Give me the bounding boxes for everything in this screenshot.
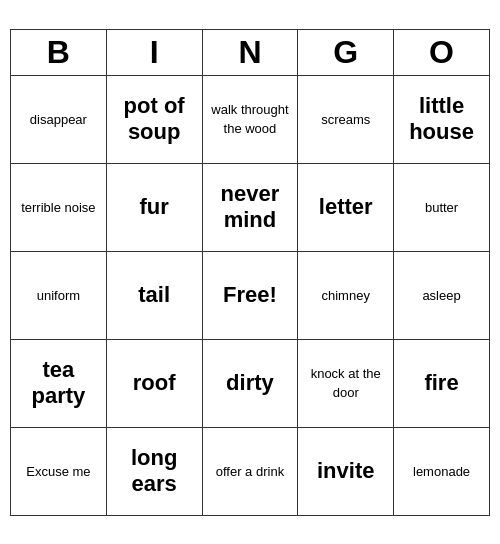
bingo-cell: Excuse me (11, 427, 107, 515)
header-letter: I (106, 29, 202, 75)
cell-text: fur (139, 194, 168, 219)
bingo-cell: never mind (202, 163, 298, 251)
cell-text: never mind (221, 181, 280, 232)
bingo-cell: fire (394, 339, 490, 427)
bingo-cell: long ears (106, 427, 202, 515)
cell-text: pot of soup (124, 93, 185, 144)
bingo-cell: walk throught the wood (202, 75, 298, 163)
bingo-cell: Free! (202, 251, 298, 339)
bingo-row: uniformtailFree!chimneyasleep (11, 251, 490, 339)
bingo-cell: chimney (298, 251, 394, 339)
bingo-cell: little house (394, 75, 490, 163)
cell-text: little house (409, 93, 474, 144)
bingo-card: BINGO disappearpot of soupwalk throught … (10, 29, 490, 516)
cell-text: offer a drink (216, 464, 284, 479)
cell-text: disappear (30, 112, 87, 127)
cell-text: lemonade (413, 464, 470, 479)
cell-text: roof (133, 370, 176, 395)
cell-text: long ears (131, 445, 177, 496)
bingo-cell: butter (394, 163, 490, 251)
cell-text: Free! (223, 282, 277, 307)
cell-text: terrible noise (21, 200, 95, 215)
cell-text: Excuse me (26, 464, 90, 479)
cell-text: dirty (226, 370, 274, 395)
bingo-cell: disappear (11, 75, 107, 163)
header-letter: G (298, 29, 394, 75)
header-letter: N (202, 29, 298, 75)
bingo-cell: fur (106, 163, 202, 251)
bingo-cell: roof (106, 339, 202, 427)
cell-text: tea party (31, 357, 85, 408)
cell-text: butter (425, 200, 458, 215)
bingo-cell: terrible noise (11, 163, 107, 251)
header-letter: O (394, 29, 490, 75)
cell-text: screams (321, 112, 370, 127)
cell-text: tail (138, 282, 170, 307)
bingo-header: BINGO (11, 29, 490, 75)
cell-text: uniform (37, 288, 80, 303)
bingo-cell: uniform (11, 251, 107, 339)
cell-text: walk throught the wood (211, 102, 288, 136)
bingo-row: disappearpot of soupwalk throught the wo… (11, 75, 490, 163)
bingo-row: terrible noisefurnever mindletterbutter (11, 163, 490, 251)
bingo-cell: screams (298, 75, 394, 163)
bingo-cell: lemonade (394, 427, 490, 515)
bingo-cell: invite (298, 427, 394, 515)
bingo-cell: knock at the door (298, 339, 394, 427)
bingo-cell: tail (106, 251, 202, 339)
header-letter: B (11, 29, 107, 75)
bingo-cell: tea party (11, 339, 107, 427)
bingo-cell: asleep (394, 251, 490, 339)
bingo-row: tea partyroofdirtyknock at the doorfire (11, 339, 490, 427)
bingo-cell: offer a drink (202, 427, 298, 515)
cell-text: asleep (422, 288, 460, 303)
bingo-cell: letter (298, 163, 394, 251)
cell-text: invite (317, 458, 374, 483)
bingo-row: Excuse melong earsoffer a drinkinvitelem… (11, 427, 490, 515)
bingo-cell: pot of soup (106, 75, 202, 163)
cell-text: fire (424, 370, 458, 395)
cell-text: letter (319, 194, 373, 219)
cell-text: chimney (322, 288, 370, 303)
cell-text: knock at the door (311, 366, 381, 400)
bingo-cell: dirty (202, 339, 298, 427)
